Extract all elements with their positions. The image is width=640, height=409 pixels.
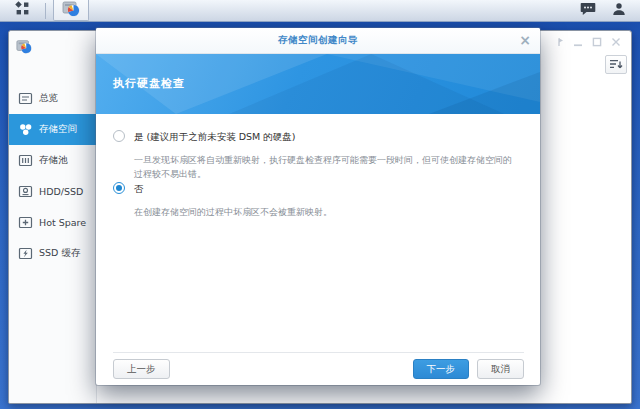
app-grid-icon [15, 1, 30, 20]
main-menu-button[interactable] [0, 0, 45, 21]
window-pin-button[interactable] [554, 37, 564, 47]
sidebar-items: 总览 存储空间 存储池 [9, 83, 96, 269]
ssd-cache-icon [18, 246, 33, 261]
hot-spare-icon [18, 215, 33, 230]
close-icon [611, 37, 621, 47]
radio-no[interactable] [113, 182, 125, 194]
option-yes-description: 一旦发现坏扇区将自动重新映射，执行硬盘检查程序可能需要一段时间，但可使创建存储空… [134, 153, 523, 182]
storage-manager-icon [62, 0, 80, 21]
dialog-footer: 上一步 下一步 取消 [113, 352, 524, 385]
option-yes-label: 是 (建议用于之前未安装 DSM 的硬盘) [134, 130, 296, 144]
sidebar-app-icon [16, 38, 32, 58]
window-controls [554, 37, 621, 47]
chat-bubble-icon [580, 1, 596, 20]
active-app-button[interactable] [53, 0, 89, 21]
dialog-body: 是 (建议用于之前未安装 DSM 的硬盘) 一旦发现坏扇区将自动重新映射，执行硬… [96, 114, 540, 352]
storage-volume-icon [18, 122, 33, 137]
window-minimize-button[interactable] [573, 37, 583, 47]
dialog-close-button[interactable]: × [519, 31, 531, 49]
chat-button[interactable] [580, 0, 596, 21]
window-maximize-button[interactable] [592, 37, 602, 47]
previous-button[interactable]: 上一步 [113, 359, 170, 379]
sidebar-item-ssd-cache[interactable]: SSD 缓存 [9, 238, 96, 269]
user-menu-button[interactable] [612, 0, 626, 21]
dialog-heading: 执行硬盘检查 [113, 76, 185, 91]
dialog-titlebar[interactable]: 存储空间创建向导 × [96, 28, 540, 54]
next-button[interactable]: 下一步 [413, 359, 470, 379]
sidebar-item-overview[interactable]: 总览 [9, 83, 96, 114]
desktop: 总览 存储空间 存储池 [0, 0, 640, 409]
sidebar-item-label: 存储空间 [39, 123, 77, 136]
dialog-banner: 执行硬盘检查 [96, 54, 540, 114]
taskbar-right [580, 0, 640, 21]
option-no-label: 否 [134, 182, 144, 196]
person-icon [612, 1, 626, 20]
option-no[interactable]: 否 [113, 182, 523, 196]
sidebar-item-label: HDD/SSD [39, 186, 83, 197]
sidebar-item-label: 存储池 [39, 154, 68, 167]
storage-pool-icon [18, 153, 33, 168]
minimize-icon [573, 37, 583, 47]
sort-button[interactable] [605, 55, 627, 74]
taskbar-separator [45, 3, 46, 19]
storage-wizard-dialog: 存储空间创建向导 × 执行硬盘检查 是 (建议用于之前未安装 DSM 的硬盘) … [96, 28, 540, 385]
window-close-button[interactable] [611, 37, 621, 47]
dialog-title: 存储空间创建向导 [278, 34, 358, 47]
radio-yes[interactable] [113, 130, 125, 142]
sidebar-item-label: Hot Spare [39, 217, 86, 228]
option-yes[interactable]: 是 (建议用于之前未安装 DSM 的硬盘) [113, 130, 523, 144]
hdd-ssd-icon [18, 184, 33, 199]
sidebar-item-storage-pool[interactable]: 存储池 [9, 145, 96, 176]
overview-icon [18, 91, 33, 106]
sidebar-item-hdd-ssd[interactable]: HDD/SSD [9, 176, 96, 207]
cancel-button[interactable]: 取消 [477, 359, 524, 379]
sidebar-item-hot-spare[interactable]: Hot Spare [9, 207, 96, 238]
sidebar-item-label: SSD 缓存 [39, 247, 80, 260]
sidebar-item-label: 总览 [39, 92, 58, 105]
sidebar: 总览 存储空间 存储池 [9, 31, 97, 403]
sidebar-item-storage-volume[interactable]: 存储空间 [9, 114, 96, 145]
taskbar [0, 0, 640, 22]
sort-descending-icon [609, 59, 623, 70]
maximize-icon [592, 37, 602, 47]
option-no-description: 在创建存储空间的过程中坏扇区不会被重新映射。 [134, 205, 523, 219]
pin-icon [554, 37, 564, 47]
